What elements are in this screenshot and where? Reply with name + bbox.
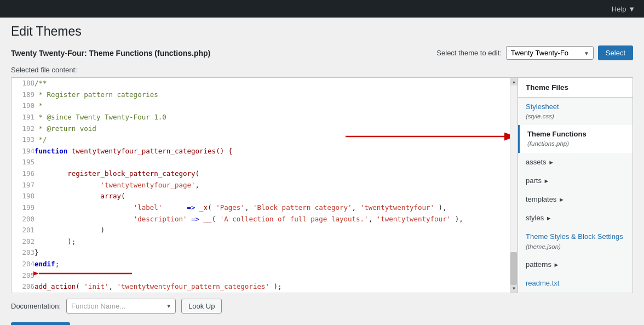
select-button[interactable]: Select xyxy=(598,45,633,60)
line-content: * @since Twenty Twenty-Four 1.0 xyxy=(34,112,510,123)
line-content: 'description' => __( 'A collection of fu… xyxy=(34,214,510,225)
line-number: 206 xyxy=(12,281,34,292)
file-sublabel: (theme.json) xyxy=(526,242,625,251)
line-number: 202 xyxy=(12,236,34,248)
code-scroll-container[interactable]: 188/**189 * Register pattern categories1… xyxy=(12,78,510,292)
line-content: function twentytwentyfour_pattern_catego… xyxy=(34,146,510,157)
file-sublabel: (style.css) xyxy=(526,112,625,121)
line-number: 191 xyxy=(12,112,34,123)
sidebar-item-theme-styles[interactable]: Theme Styles & Block Settings(theme.json… xyxy=(518,227,633,255)
table-row: 201 ) xyxy=(12,225,510,236)
scroll-up-button[interactable]: ▲ xyxy=(510,78,518,85)
line-content: 'twentytwentyfour_page', xyxy=(34,180,510,191)
sidebar-items: Stylesheet(style.css)Theme Functions(fun… xyxy=(518,98,633,293)
sidebar-title: Theme Files xyxy=(518,78,633,98)
file-label: readme.txt xyxy=(526,279,559,287)
page-content: Edit Themes Twenty Twenty-Four: Theme Fu… xyxy=(0,18,644,325)
line-content: add_action( 'init', 'twentytwentyfour_pa… xyxy=(34,281,510,292)
sidebar-item-parts[interactable]: parts ► xyxy=(518,172,633,190)
line-number: 196 xyxy=(12,168,34,180)
line-number: 192 xyxy=(12,123,34,135)
line-content: /** xyxy=(34,78,510,89)
update-file-button[interactable]: Update File xyxy=(11,322,70,325)
table-row: 189 * Register pattern categories xyxy=(12,89,510,101)
line-content xyxy=(34,157,510,168)
table-row: 191 * @since Twenty Twenty-Four 1.0 xyxy=(12,112,510,123)
theme-selector-area: Select theme to edit: Twenty Twenty-Fo S… xyxy=(436,45,633,60)
line-number: 195 xyxy=(12,157,34,168)
folder-label: assets xyxy=(526,158,547,166)
line-content: } xyxy=(34,247,510,259)
sidebar-item-templates[interactable]: templates ► xyxy=(518,190,633,209)
line-content: * Register pattern categories xyxy=(34,89,510,101)
table-row: 194function twentytwentyfour_pattern_cat… xyxy=(12,146,510,157)
line-content: array( xyxy=(34,191,510,202)
editor-layout: 188/**189 * Register pattern categories1… xyxy=(11,77,633,293)
scroll-track[interactable] xyxy=(510,85,518,285)
sidebar-item-theme-functions[interactable]: Theme Functions(functions.php) xyxy=(518,125,633,152)
doc-dropdown-wrapper[interactable]: Function Name... xyxy=(66,299,176,313)
folder-arrow-icon: ► xyxy=(554,261,560,268)
line-number: 205 xyxy=(12,270,34,282)
file-label: Theme Functions xyxy=(527,130,586,138)
line-number: 198 xyxy=(12,191,34,202)
table-row: 204endif; xyxy=(12,259,510,270)
help-button[interactable]: Help ▼ xyxy=(612,5,635,13)
line-number: 199 xyxy=(12,202,34,214)
scroll-thumb[interactable] xyxy=(510,252,517,285)
folder-arrow-icon: ► xyxy=(544,178,550,184)
page-title: Edit Themes xyxy=(11,24,633,39)
code-area: 188/**189 * Register pattern categories1… xyxy=(12,78,510,293)
line-content: * @return void xyxy=(34,123,510,135)
sidebar-item-styles[interactable]: styles ► xyxy=(518,209,633,227)
table-row: 206add_action( 'init', 'twentytwentyfour… xyxy=(12,281,510,292)
line-content: ) xyxy=(34,225,510,236)
table-row: 197 'twentytwentyfour_page', xyxy=(12,180,510,191)
code-table: 188/**189 * Register pattern categories1… xyxy=(12,78,510,292)
folder-arrow-icon: ► xyxy=(559,196,565,203)
table-row: 192 * @return void xyxy=(12,123,510,135)
folder-label: styles xyxy=(526,214,544,222)
folder-label: parts xyxy=(526,176,542,185)
sidebar-item-readme[interactable]: readme.txt xyxy=(518,274,633,293)
sidebar-item-patterns[interactable]: patterns ► xyxy=(518,255,633,274)
theme-dropdown-wrapper[interactable]: Twenty Twenty-Fo xyxy=(506,46,594,60)
table-row: 199 'label' => _x( 'Pages', 'Block patte… xyxy=(12,202,510,214)
folder-arrow-icon: ► xyxy=(546,215,552,221)
scroll-down-button[interactable]: ▼ xyxy=(510,285,518,293)
table-row: 195 xyxy=(12,157,510,168)
vertical-scrollbar[interactable]: ▲ ▼ xyxy=(510,78,518,293)
line-number: 190 xyxy=(12,100,34,112)
theme-dropdown[interactable]: Twenty Twenty-Fo xyxy=(506,46,594,60)
file-label: Theme Styles & Block Settings xyxy=(526,232,623,241)
table-row: 205 xyxy=(12,270,510,282)
theme-header: Twenty Twenty-Four: Theme Functions (fun… xyxy=(11,45,633,60)
file-label: Stylesheet xyxy=(526,102,559,111)
sidebar-item-stylesheet[interactable]: Stylesheet(style.css) xyxy=(518,98,633,125)
top-bar: Help ▼ xyxy=(0,0,644,18)
folder-label: patterns xyxy=(526,260,551,269)
line-number: 193 xyxy=(12,134,34,146)
line-content: ); xyxy=(34,236,510,248)
table-row: 196 register_block_pattern_category( xyxy=(12,168,510,180)
theme-display-name: Twenty Twenty-Four: Theme Functions (fun… xyxy=(11,49,210,58)
line-content: * xyxy=(34,100,510,112)
table-row: 203} xyxy=(12,247,510,259)
line-number: 204 xyxy=(12,259,34,270)
bottom-bar: Documentation: Function Name... Look Up xyxy=(11,293,633,320)
line-content: register_block_pattern_category( xyxy=(34,168,510,180)
line-content: endif; xyxy=(34,259,510,270)
table-row: 198 array( xyxy=(12,191,510,202)
line-number: 203 xyxy=(12,247,34,259)
sidebar-item-assets[interactable]: assets ► xyxy=(518,153,633,172)
lookup-button[interactable]: Look Up xyxy=(181,299,222,313)
table-row: 188/** xyxy=(12,78,510,89)
line-content: 'label' => _x( 'Pages', 'Block pattern c… xyxy=(34,202,510,214)
table-row: 200 'description' => __( 'A collection o… xyxy=(12,214,510,225)
line-number: 197 xyxy=(12,180,34,191)
line-content: */ xyxy=(34,134,510,146)
line-number: 200 xyxy=(12,214,34,225)
line-number: 189 xyxy=(12,89,34,101)
doc-dropdown[interactable]: Function Name... xyxy=(66,299,176,313)
folder-arrow-icon: ► xyxy=(548,159,554,166)
